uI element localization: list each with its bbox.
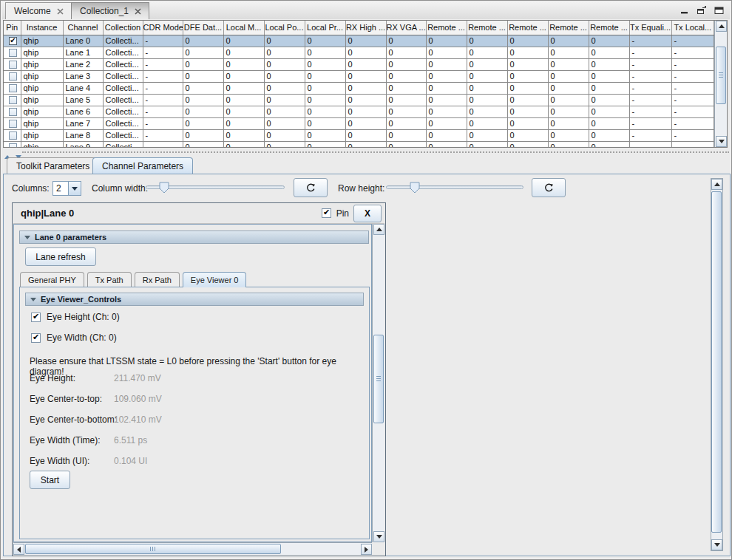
- pin-checkbox[interactable]: [9, 132, 17, 140]
- panel-vertical-scrollbar[interactable]: [711, 178, 723, 551]
- column-width-slider[interactable]: [146, 182, 285, 194]
- pin-checkbox[interactable]: [9, 61, 17, 69]
- refresh-icon: [543, 182, 555, 194]
- table-row[interactable]: qhipLane 4Collecti...-00000000000--: [4, 82, 714, 94]
- eye-checkbox[interactable]: [31, 333, 41, 343]
- row-height-refresh-button[interactable]: [532, 178, 566, 197]
- table-cell: 0: [548, 35, 589, 47]
- collapse-icon[interactable]: [30, 298, 36, 301]
- slider-thumb[interactable]: [159, 182, 169, 194]
- scroll-down-icon[interactable]: [716, 136, 727, 147]
- pin-checkbox[interactable]: [9, 120, 17, 128]
- column-header[interactable]: Tx Equali...: [629, 21, 671, 35]
- eye-viewer-controls-section-header[interactable]: Eye Viewer_Controls: [25, 293, 364, 306]
- app-window: Welcome Collection_1 PinInstanceChannelC…: [0, 0, 732, 560]
- table-cell: -: [143, 58, 183, 70]
- table-cell: 0: [223, 94, 264, 106]
- pin-checkbox[interactable]: [9, 108, 17, 116]
- lane0-parameters-section-header[interactable]: Lane 0 parameters: [19, 231, 369, 244]
- column-header[interactable]: CDR Mode: [143, 21, 183, 35]
- column-header[interactable]: Tx Local...: [671, 21, 714, 35]
- scrollbar-thumb[interactable]: [716, 47, 726, 104]
- tab-channel-parameters[interactable]: Channel Parameters: [92, 157, 193, 174]
- splitter-dots[interactable]: [22, 151, 729, 153]
- tab-rx-path[interactable]: Rx Path: [135, 272, 180, 287]
- scroll-left-icon[interactable]: [13, 544, 24, 555]
- card-vertical-scrollbar[interactable]: [372, 224, 384, 542]
- pin-checkbox[interactable]: [322, 208, 331, 218]
- row-height-slider[interactable]: [386, 182, 523, 194]
- columns-select[interactable]: 2: [52, 181, 81, 196]
- minimize-icon[interactable]: [680, 5, 690, 15]
- tab-general-phy[interactable]: General PHY: [20, 272, 84, 287]
- pin-checkbox[interactable]: [9, 72, 17, 81]
- column-header[interactable]: Channel: [63, 21, 103, 35]
- pin-checkbox[interactable]: [9, 96, 17, 104]
- scroll-down-icon[interactable]: [711, 539, 722, 550]
- table-row[interactable]: qhipLane 9Collecti...-00000000000--: [4, 141, 714, 148]
- scrollbar-thumb[interactable]: [373, 335, 384, 423]
- table-row[interactable]: qhipLane 1Collecti...-00000000000--: [4, 47, 714, 58]
- table-cell: 0: [223, 82, 264, 94]
- section-title: Eye Viewer_Controls: [41, 295, 121, 304]
- column-header[interactable]: Remote ...: [507, 21, 548, 35]
- table-row[interactable]: qhipLane 5Collecti...-00000000000--: [4, 94, 714, 106]
- chevron-down-icon[interactable]: [68, 182, 81, 195]
- card-horizontal-scrollbar[interactable]: [13, 542, 372, 555]
- table-row[interactable]: qhipLane 0Collecti...-00000000000--: [4, 35, 714, 47]
- scrollbar-thumb[interactable]: [711, 191, 722, 533]
- float-icon[interactable]: [697, 5, 707, 15]
- tab-eye-viewer-0[interactable]: Eye Viewer 0: [183, 272, 247, 287]
- close-icon[interactable]: [134, 7, 142, 16]
- tab-tx-path[interactable]: Tx Path: [87, 272, 132, 287]
- slider-track[interactable]: [386, 185, 523, 189]
- scroll-right-icon[interactable]: [361, 544, 372, 555]
- table-row[interactable]: qhipLane 6Collecti...-00000000000--: [4, 106, 714, 117]
- column-width-refresh-button[interactable]: [294, 178, 328, 197]
- column-header[interactable]: DFE Dat...: [183, 21, 223, 35]
- maximize-icon[interactable]: [714, 5, 724, 15]
- table-row[interactable]: qhipLane 3Collecti...-00000000000--: [4, 70, 714, 82]
- table-cell: 0: [183, 117, 223, 129]
- column-header[interactable]: RX High ...: [345, 21, 386, 35]
- scrollbar-thumb[interactable]: [25, 544, 281, 554]
- card-title-bar: qhip|Lane 0 Pin X: [13, 203, 384, 224]
- close-icon[interactable]: [56, 7, 64, 16]
- start-button[interactable]: Start: [30, 471, 70, 489]
- slider-thumb[interactable]: [410, 182, 420, 194]
- column-header[interactable]: Remote ...: [467, 21, 507, 35]
- tab-welcome[interactable]: Welcome: [5, 2, 72, 19]
- table-vertical-scrollbar[interactable]: [714, 21, 727, 147]
- eye-checkbox[interactable]: [31, 313, 41, 322]
- column-header[interactable]: Local Pr...: [305, 21, 345, 35]
- scroll-down-icon[interactable]: [373, 531, 384, 542]
- column-header[interactable]: Remote ...: [426, 21, 467, 35]
- column-header[interactable]: Pin: [4, 21, 21, 35]
- column-header[interactable]: Local M...: [223, 21, 264, 35]
- column-header[interactable]: Local Po...: [264, 21, 305, 35]
- pin-checkbox[interactable]: [9, 143, 17, 148]
- split-handle[interactable]: [3, 148, 731, 156]
- table-row[interactable]: qhipLane 8Collecti...-00000000000--: [4, 129, 714, 141]
- table-row[interactable]: qhipLane 7Collecti...-00000000000--: [4, 117, 714, 129]
- pin-checkbox[interactable]: [9, 49, 17, 57]
- pin-cell: [4, 117, 21, 129]
- collapse-icon[interactable]: [24, 236, 30, 239]
- scroll-up-icon[interactable]: [711, 179, 722, 190]
- column-header[interactable]: RX VGA ...: [386, 21, 426, 35]
- column-header[interactable]: Instance: [21, 21, 63, 35]
- pin-checkbox[interactable]: [9, 37, 17, 45]
- column-header[interactable]: Remote ...: [589, 21, 629, 35]
- table-cell: 0: [507, 106, 548, 117]
- tab-toolkit-parameters[interactable]: Toolkit Parameters: [7, 157, 99, 174]
- lane-refresh-button[interactable]: Lane refresh: [25, 247, 96, 266]
- table-cell: -: [671, 70, 714, 82]
- column-header[interactable]: Remote ...: [548, 21, 589, 35]
- column-header[interactable]: Collection: [103, 21, 143, 35]
- tab-collection-1[interactable]: Collection_1: [71, 2, 149, 19]
- pin-checkbox[interactable]: [9, 84, 17, 92]
- close-card-button[interactable]: X: [353, 205, 382, 222]
- table-row[interactable]: qhipLane 2Collecti...-00000000000--: [4, 58, 714, 70]
- scroll-up-icon[interactable]: [716, 21, 727, 32]
- scroll-up-icon[interactable]: [373, 224, 384, 235]
